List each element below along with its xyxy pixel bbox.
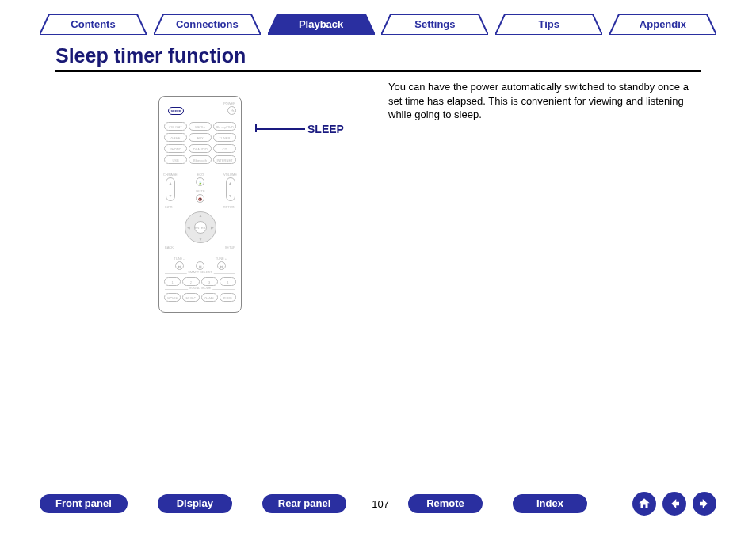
rc-input: INTERNET RADIO <box>213 155 236 164</box>
rc-smart-1: 1 <box>164 277 181 286</box>
callout-sleep: SLEEP <box>307 123 344 135</box>
tab-settings[interactable]: Settings <box>381 14 488 35</box>
rc-power-label: POWER <box>163 101 237 105</box>
rc-input: PHONO <box>164 144 187 153</box>
rc-power-button: ⏻ <box>227 106 236 115</box>
rc-info: INFO <box>165 205 173 209</box>
rc-smart-label: SMART SELECT <box>186 270 214 274</box>
tab-appendix[interactable]: Appendix <box>609 14 716 35</box>
tab-label: Contents <box>71 18 115 30</box>
tab-label: Appendix <box>640 18 686 30</box>
rc-mute-label: MUTE <box>196 189 204 193</box>
rc-mode: GAME <box>201 293 218 302</box>
nav-remote[interactable]: Remote <box>408 494 483 513</box>
rc-smart-2: 2 <box>182 277 199 286</box>
rc-sleep-button: SLEEP <box>168 107 184 115</box>
rc-eco: 🍃 <box>196 177 204 186</box>
rc-ch-rocker: ▲▼ <box>166 177 175 201</box>
rc-vol-rocker: ▲▼ <box>226 177 235 201</box>
tab-label: Playback <box>299 18 343 30</box>
rc-setup: SETUP <box>225 246 235 249</box>
callout-line <box>256 128 305 130</box>
page-number: 107 <box>372 498 389 510</box>
body-text: You can have the power automatically swi… <box>388 80 701 122</box>
rc-input: CD <box>213 144 236 153</box>
rc-mode: MUSIC <box>182 293 199 302</box>
tab-label: Tips <box>538 18 559 30</box>
bottom-bar: Front panel Display Rear panel 107 Remot… <box>0 492 756 516</box>
tab-tips[interactable]: Tips <box>495 14 602 35</box>
rc-input: MEDIA PLAYER <box>189 122 212 131</box>
top-tabs: Contents Connections Playback Settings T… <box>0 0 756 35</box>
rc-input: Bluetooth <box>189 155 212 164</box>
rc-input: TUNER <box>213 133 236 142</box>
rc-input: GAME <box>164 133 187 142</box>
tab-connections[interactable]: Connections <box>154 14 261 35</box>
rc-vol-label: VOLUME <box>223 173 237 177</box>
rc-sound-label: SOUND MODE <box>188 286 213 290</box>
rc-ch-label: CH/PAGE <box>163 173 178 177</box>
callout-tick <box>255 124 257 132</box>
rc-smart-3: 3 <box>201 277 218 286</box>
rc-smart-4: 4 <box>220 277 236 286</box>
nav-rear-panel[interactable]: Rear panel <box>262 494 346 513</box>
tab-playback[interactable]: Playback <box>268 14 375 35</box>
rc-input: Blu-ray/DVD <box>213 122 236 131</box>
next-page-icon[interactable] <box>693 492 716 516</box>
rc-back: BACK <box>165 246 174 249</box>
rc-next: ⏭ <box>217 261 226 270</box>
tab-contents[interactable]: Contents <box>40 14 147 35</box>
rc-prev: ⏮ <box>175 261 184 270</box>
rc-input: TV AUDIO <box>189 144 212 153</box>
rc-tune-minus: TUNE - <box>174 257 184 261</box>
remote-diagram: POWER SLEEP ⏻ CBL/SAT MEDIA PLAYER Blu-r… <box>158 96 242 313</box>
page-title: Sleep timer function <box>55 44 701 72</box>
rc-mode: MOVIE <box>164 293 181 302</box>
rc-mode: PURE <box>220 293 236 302</box>
rc-option: OPTION <box>223 205 235 209</box>
nav-display[interactable]: Display <box>158 494 232 513</box>
prev-page-icon[interactable] <box>662 492 686 516</box>
rc-tune-plus: TUNE + <box>216 257 227 261</box>
rc-mute: 🔇 <box>196 194 204 203</box>
home-icon[interactable] <box>632 492 656 516</box>
rc-eco-label: ECO <box>197 173 204 177</box>
rc-playpause: ⏯ <box>196 261 204 270</box>
rc-enter: ENTER <box>194 221 207 234</box>
nav-front-panel[interactable]: Front panel <box>40 494 128 513</box>
rc-dpad: ENTER ▲ ▼ ◀ ▶ <box>178 205 223 249</box>
tab-label: Connections <box>176 18 239 30</box>
rc-input: AUX <box>189 133 212 142</box>
rc-input: CBL/SAT <box>164 122 187 131</box>
rc-input: USB <box>164 155 187 164</box>
tab-label: Settings <box>414 18 455 30</box>
nav-index[interactable]: Index <box>513 494 587 513</box>
